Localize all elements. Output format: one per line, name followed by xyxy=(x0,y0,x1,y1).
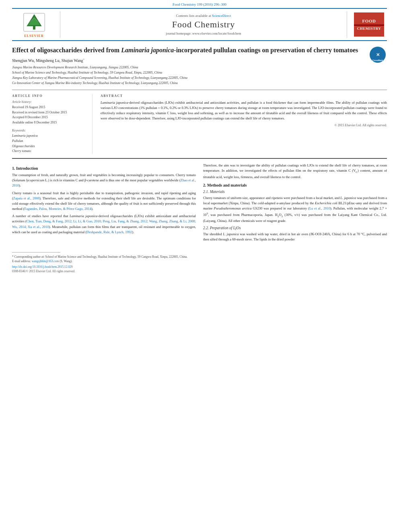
svg-text:✕: ✕ xyxy=(376,52,380,57)
intro-para3: A number of studies have reported that L… xyxy=(12,214,196,235)
elsevier-logo: ELSEVIER xyxy=(22,11,46,38)
elsevier-tree-icon xyxy=(22,11,46,33)
ref-lu[interactable]: Lu et al., 2010 xyxy=(309,206,330,210)
title-plain: Effect of oligosaccharides derived from xyxy=(12,47,121,53)
keyword-4: Cherry tomato xyxy=(12,149,87,154)
accepted-date: Accepted 8 December 2015 xyxy=(12,115,87,120)
divider-1 xyxy=(12,90,387,90)
elsevier-text: ELSEVIER xyxy=(24,34,43,38)
intro-heading: 1. Introduction xyxy=(12,166,196,170)
article-section: Effect of oligosaccharides derived from … xyxy=(12,46,387,273)
article-title: Effect of oligosaccharides derived from … xyxy=(12,46,387,55)
abstract-italic-start: Laminaria japonica xyxy=(101,101,128,105)
title-rest: -incorporated pullulan coatings on prese… xyxy=(174,47,358,53)
corresponding-star: * xyxy=(83,58,84,61)
materials-para: Cherry tomatoes of uniform size, appeara… xyxy=(203,195,387,224)
preparation-para: The shredded L. japonica was washed with… xyxy=(203,232,387,242)
footnote-divider xyxy=(12,252,60,253)
sciencedirect-line: Contents lists available at ScienceDirec… xyxy=(176,14,231,18)
history-heading: Article history: xyxy=(12,100,87,104)
journal-ref: Food Chemistry 199 (2016) 296–300 xyxy=(173,2,226,6)
sciencedirect-link[interactable]: ScienceDirect xyxy=(212,14,231,18)
divider-thick xyxy=(12,158,387,159)
affiliation-2: School of Marine Science and Technology,… xyxy=(12,70,387,75)
svg-text:CrossMark: CrossMark xyxy=(372,59,383,62)
fc-logo-top: FOOD xyxy=(362,18,376,24)
ref-chen[interactable]: Chen, Tian, Deng, & Fang, 2012; Li, Li, … xyxy=(12,219,196,228)
fc-logo-bottom: CHEMISTRY xyxy=(357,27,381,31)
issn-line: 0308-8146/© 2015 Elsevier Ltd. All right… xyxy=(12,269,196,273)
intro-para2: Cherry tomato is a seasonal fruit that i… xyxy=(12,191,196,212)
ref-fagundes[interactable]: Fagundes, Palou, Monteiro, & Pérez-Gago,… xyxy=(24,207,91,211)
body-col-left: 1. Introduction The consumption of fresh… xyxy=(12,163,196,273)
article-info-heading: ARTICLE INFO xyxy=(12,94,87,98)
fc-logo-section: FOOD CHEMISTRY xyxy=(347,11,387,38)
affiliations: Jiangsu Marine Resources Development Res… xyxy=(12,65,387,86)
ref-zapata[interactable]: Zapata et al., 2008 xyxy=(13,196,39,200)
journal-header: ELSEVIER Contents lists available at Sci… xyxy=(12,8,387,41)
abstract-text-content: -derived oligosaccharides (LJOs) exhibit… xyxy=(101,101,387,121)
journal-title: Food Chemistry xyxy=(172,19,235,30)
crossmark-logo: ✕ CrossMark xyxy=(369,46,387,64)
available-date: Available online 8 December 2015 xyxy=(12,120,87,125)
body-col-right: Therefore, the aim was to investigate th… xyxy=(203,163,387,273)
footnote-email: E-mail address: wangsjhhin@163.com (S. W… xyxy=(12,259,196,263)
abstract-text: Laminaria japonica-derived oligosacchari… xyxy=(101,100,387,121)
journal-homepage: journal homepage: www.elsevier.com/locat… xyxy=(166,31,241,35)
preparation-subheading: 2.2. Preparation of LjOs xyxy=(203,226,387,230)
methods-heading: 2. Methods and materials xyxy=(203,183,387,187)
body-columns: 1. Introduction The consumption of fresh… xyxy=(12,163,387,273)
keyword-2: Pullulan xyxy=(12,139,87,144)
footnote-corresponding: * Corresponding author at: School of Mar… xyxy=(12,255,196,259)
crossmark-icon: ✕ CrossMark xyxy=(369,46,387,64)
article-info-col: ARTICLE INFO Article history: Received 1… xyxy=(12,94,93,154)
affiliation-1: Jiangsu Marine Resources Development Res… xyxy=(12,65,387,70)
materials-subheading: 2.1. Materials xyxy=(203,190,387,194)
keyword-3: Oligosaccharides xyxy=(12,144,87,149)
keywords-heading: Keywords: xyxy=(12,129,87,132)
fc-logo-box: FOOD CHEMISTRY xyxy=(354,12,384,37)
intro-right-para1: Therefore, the aim was to investigate th… xyxy=(203,163,387,180)
email-link[interactable]: wangsjhhin@163.com xyxy=(32,259,59,263)
fc-logo-bar xyxy=(354,25,384,26)
authors-line: Shengjun Wu, Mingsheng Lu, Shujun Wang* xyxy=(12,58,387,63)
elsevier-logo-section: ELSEVIER xyxy=(12,11,60,38)
page-wrapper: Food Chemistry 199 (2016) 296–300 EL xyxy=(0,0,399,532)
copyright-line: © 2015 Elsevier Ltd. All rights reserved… xyxy=(101,123,387,127)
abstract-heading: ABSTRACT xyxy=(101,94,387,98)
top-ref-bar: Food Chemistry 199 (2016) 296–300 xyxy=(0,0,399,8)
doi-link[interactable]: http://dx.doi.org/10.1016/j.foodchem.201… xyxy=(12,265,196,269)
info-section: ARTICLE INFO Article history: Received 1… xyxy=(12,94,387,154)
authors-text: Shengjun Wu, Mingsheng Lu, Shujun Wang xyxy=(12,59,83,63)
abstract-col: ABSTRACT Laminaria japonica-derived olig… xyxy=(101,94,387,154)
affiliation-4: Co-Innovation Center of Jiangsu Marine B… xyxy=(12,81,387,86)
keyword-1: Laminaria japonica xyxy=(12,134,87,139)
title-italic: Laminaria japonica xyxy=(121,47,174,53)
received-date: Received 19 August 2015 xyxy=(12,105,87,110)
intro-para1: The consumption of fresh, and naturally … xyxy=(12,173,196,189)
ref-deshpande[interactable]: Deshpande, Rale, & Lynch, 1992 xyxy=(86,230,132,234)
affiliation-3: Jiangsu Key Laboratory of Marine Pharmac… xyxy=(12,76,387,80)
journal-header-center: Contents lists available at ScienceDirec… xyxy=(60,11,347,38)
revised-date: Received in revised form 23 October 2015 xyxy=(12,110,87,115)
